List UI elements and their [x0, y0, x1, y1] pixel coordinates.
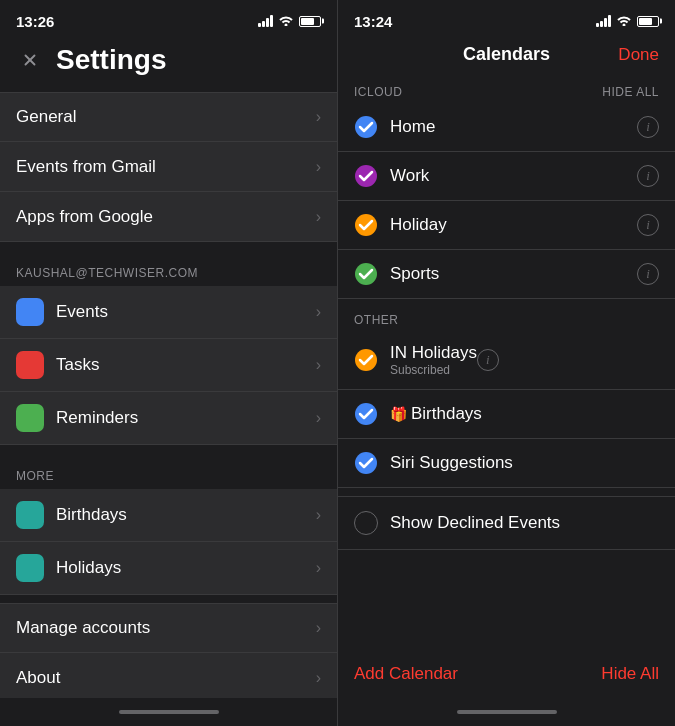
holidays-icon — [16, 554, 44, 582]
section-label-account: KAUSHAL@TECHWISER.COM — [0, 250, 337, 286]
cal-sublabel-in-holidays: Subscribed — [390, 363, 477, 377]
check-siri — [354, 451, 378, 475]
cal-name-work: Work — [390, 166, 637, 186]
status-bar-right: 13:24 — [338, 0, 675, 36]
home-bar — [119, 710, 219, 714]
show-declined-label: Show Declined Events — [390, 513, 659, 533]
settings-item-birthdays[interactable]: Birthdays › — [0, 489, 337, 542]
settings-item-holidays[interactable]: Holidays › — [0, 542, 337, 595]
cal-name-holiday: Holiday — [390, 215, 637, 235]
svg-point-7 — [355, 403, 377, 425]
icloud-section-title: ICLOUD — [354, 85, 402, 99]
cal-name-siri: Siri Suggestions — [390, 453, 659, 473]
birthdays-icon — [16, 501, 44, 529]
chevron-icon: › — [316, 669, 321, 687]
signal-icon — [258, 15, 273, 27]
show-declined-events[interactable]: Show Declined Events — [338, 496, 675, 550]
calendars-list: ICLOUD HIDE ALL Home i Work — [338, 79, 675, 650]
group-separator — [0, 595, 337, 603]
left-panel: 13:26 Settings — [0, 0, 337, 726]
calendars-title: Calendars — [463, 44, 550, 65]
cal-name-in-holidays: IN Holidays — [390, 343, 477, 363]
add-calendar-button[interactable]: Add Calendar — [354, 664, 458, 684]
cal-separator — [338, 299, 675, 307]
settings-list: General › Events from Gmail › Apps from … — [0, 92, 337, 698]
section-label-more: MORE — [0, 453, 337, 489]
close-button[interactable] — [16, 46, 44, 74]
chevron-icon: › — [316, 619, 321, 637]
svg-point-5 — [355, 263, 377, 285]
group-separator — [0, 242, 337, 250]
home-bar-right — [457, 710, 557, 714]
settings-item-general[interactable]: General › — [0, 92, 337, 142]
events-icon — [16, 298, 44, 326]
cal-item-birthdays[interactable]: 🎁Birthdays — [338, 390, 675, 439]
chevron-icon: › — [316, 303, 321, 321]
svg-point-3 — [355, 165, 377, 187]
icloud-section-header: ICLOUD HIDE ALL — [338, 79, 675, 103]
declined-circle-icon — [354, 511, 378, 535]
wifi-icon — [278, 14, 294, 29]
settings-item-about[interactable]: About › — [0, 653, 337, 698]
other-section-header: OTHER — [338, 307, 675, 331]
cal-item-in-holidays[interactable]: IN Holidays Subscribed i — [338, 331, 675, 390]
check-work — [354, 164, 378, 188]
info-button-home[interactable]: i — [637, 116, 659, 138]
svg-point-2 — [355, 116, 377, 138]
info-button-work[interactable]: i — [637, 165, 659, 187]
chevron-icon: › — [316, 158, 321, 176]
cal-item-sports[interactable]: Sports i — [338, 250, 675, 299]
settings-item-events[interactable]: Events › — [0, 286, 337, 339]
chevron-icon: › — [316, 108, 321, 126]
home-indicator-right — [338, 698, 675, 726]
battery-icon — [299, 16, 321, 27]
time-left: 13:26 — [16, 13, 54, 30]
cal-item-siri[interactable]: Siri Suggestions — [338, 439, 675, 488]
calendars-header: Calendars Done — [338, 36, 675, 79]
chevron-icon: › — [316, 506, 321, 524]
cal-item-work[interactable]: Work i — [338, 152, 675, 201]
chevron-icon: › — [316, 208, 321, 226]
home-indicator-left — [0, 698, 337, 726]
other-section-title: OTHER — [354, 313, 399, 327]
settings-item-tasks[interactable]: Tasks › — [0, 339, 337, 392]
calendars-footer: Add Calendar Hide All — [338, 650, 675, 698]
settings-item-events-gmail[interactable]: Events from Gmail › — [0, 142, 337, 192]
chevron-icon: › — [316, 409, 321, 427]
cal-name-sports: Sports — [390, 264, 637, 284]
settings-title: Settings — [56, 44, 166, 76]
hide-all-section-button[interactable]: HIDE ALL — [602, 85, 659, 99]
settings-header: Settings — [0, 36, 337, 92]
status-bar-left: 13:26 — [0, 0, 337, 36]
group-separator — [0, 445, 337, 453]
settings-group-top: General › Events from Gmail › Apps from … — [0, 92, 337, 242]
signal-icon-right — [596, 15, 611, 27]
battery-icon-right — [637, 16, 659, 27]
check-holiday — [354, 213, 378, 237]
settings-item-manage-accounts[interactable]: Manage accounts › — [0, 603, 337, 653]
info-button-in-holidays[interactable]: i — [477, 349, 499, 371]
cal-name-birthdays: 🎁Birthdays — [390, 404, 659, 424]
tasks-icon — [16, 351, 44, 379]
info-button-sports[interactable]: i — [637, 263, 659, 285]
check-sports — [354, 262, 378, 286]
cal-name-home: Home — [390, 117, 637, 137]
svg-point-4 — [355, 214, 377, 236]
settings-group-more: MORE Birthdays › Holidays › — [0, 453, 337, 595]
cal-name-in-holidays-container: IN Holidays Subscribed — [390, 343, 477, 377]
cal-item-holiday[interactable]: Holiday i — [338, 201, 675, 250]
chevron-icon: › — [316, 559, 321, 577]
settings-group-account: KAUSHAL@TECHWISER.COM Events › Tasks › R… — [0, 250, 337, 445]
settings-group-bottom: Manage accounts › About › — [0, 603, 337, 698]
wifi-icon-right — [616, 14, 632, 29]
settings-item-apps-google[interactable]: Apps from Google › — [0, 192, 337, 242]
info-button-holiday[interactable]: i — [637, 214, 659, 236]
svg-point-6 — [355, 349, 377, 371]
hide-all-button[interactable]: Hide All — [601, 664, 659, 684]
check-home — [354, 115, 378, 139]
check-birthdays — [354, 402, 378, 426]
status-icons-right — [596, 14, 659, 29]
done-button[interactable]: Done — [618, 45, 659, 65]
settings-item-reminders[interactable]: Reminders › — [0, 392, 337, 445]
cal-item-home[interactable]: Home i — [338, 103, 675, 152]
